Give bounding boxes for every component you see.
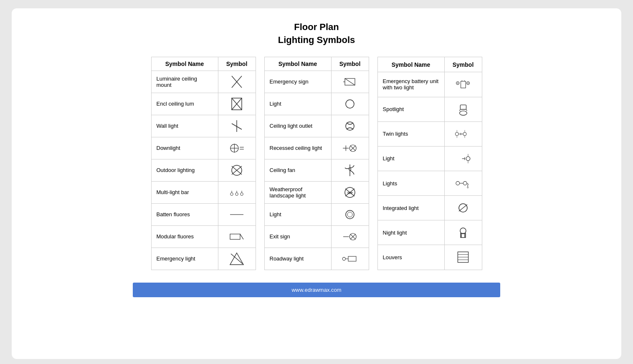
row-symbol <box>444 171 482 195</box>
svg-point-17 <box>235 192 238 195</box>
row-symbol: WP <box>331 181 369 203</box>
row-symbol <box>444 245 482 270</box>
row-symbol <box>444 146 482 171</box>
row-name: Weatherproof landscape light <box>264 181 331 203</box>
svg-rect-50 <box>348 256 356 261</box>
svg-point-81 <box>467 187 468 188</box>
table-row: Twin lights <box>377 121 482 146</box>
tables-row: Symbol Name Symbol Luminaire ceiling mou… <box>28 57 605 270</box>
row-symbol <box>331 115 369 137</box>
table-row: Exit sign <box>264 225 369 248</box>
table-row: Lights <box>377 171 482 195</box>
table-row: Light <box>264 93 369 115</box>
row-symbol <box>444 72 482 97</box>
table-row: Spotlight <box>377 97 482 121</box>
row-name: Light <box>377 146 444 171</box>
svg-point-51 <box>456 82 459 85</box>
footer-bar: www.edrawmax.com <box>133 283 500 297</box>
table-row: Integrated light <box>377 196 482 220</box>
row-name: Batten fluores <box>151 203 218 225</box>
row-name: Exit sign <box>264 225 331 248</box>
row-symbol <box>444 220 482 245</box>
svg-point-62 <box>455 132 458 136</box>
row-symbol <box>218 115 256 137</box>
table-row: Emergency sign <box>264 71 369 93</box>
table-row: Night light <box>377 220 482 245</box>
svg-point-73 <box>466 157 470 161</box>
row-name: Roadway light <box>264 248 331 270</box>
row-name: Recessed ceiling light <box>264 137 331 159</box>
svg-point-76 <box>456 182 460 185</box>
row-symbol <box>218 71 256 93</box>
row-name: Multi-light bar <box>151 181 218 203</box>
svg-line-27 <box>345 78 355 85</box>
row-name: Spotlight <box>377 97 444 121</box>
row-symbol <box>444 97 482 121</box>
table2-header-name: Symbol Name <box>264 57 331 71</box>
svg-rect-22 <box>230 234 240 239</box>
row-symbol <box>218 137 256 159</box>
table-row: Outdoor lighting <box>151 159 256 181</box>
svg-point-29 <box>346 100 354 108</box>
svg-point-78 <box>463 182 467 185</box>
svg-rect-58 <box>460 105 466 109</box>
table-row: Ceiling fan <box>264 159 369 181</box>
table-row: Ceiling light outlet <box>264 115 369 137</box>
row-symbol <box>218 93 256 115</box>
table1-header-name: Symbol Name <box>151 57 218 71</box>
table-row: Light <box>377 146 482 171</box>
row-name: Emergency battery unit with two light <box>377 72 444 97</box>
row-symbol <box>218 203 256 225</box>
table1: Symbol Name Symbol Luminaire ceiling mou… <box>151 57 256 270</box>
row-name: Light <box>264 203 331 225</box>
table-row: Encl ceiling lum <box>151 93 256 115</box>
svg-line-61 <box>466 109 467 111</box>
svg-point-56 <box>466 82 469 85</box>
table-row: Modular fluores <box>151 225 256 248</box>
row-symbol <box>331 71 369 93</box>
table2: Symbol Name Symbol Emergency sign <box>264 57 369 270</box>
row-symbol <box>218 225 256 248</box>
table-row: Emergency light <box>151 248 256 270</box>
row-symbol <box>331 137 369 159</box>
svg-point-48 <box>342 257 345 260</box>
row-name: Louvers <box>377 245 444 270</box>
row-name: Emergency sign <box>264 71 331 93</box>
row-symbol <box>218 159 256 181</box>
svg-text:WP: WP <box>347 191 353 195</box>
row-name: Ceiling light outlet <box>264 115 331 137</box>
svg-point-19 <box>241 192 243 195</box>
row-symbol <box>331 248 369 270</box>
row-name: Integrated light <box>377 196 444 220</box>
table2-header-symbol: Symbol <box>331 57 369 71</box>
svg-line-83 <box>459 205 467 211</box>
row-symbol <box>444 196 482 220</box>
row-name: Ceiling fan <box>264 159 331 181</box>
table3-header-symbol: Symbol <box>444 57 482 72</box>
table-row: Wall light <box>151 115 256 137</box>
table3: Symbol Name Symbol Emergency battery uni… <box>377 57 482 270</box>
table-row: Multi-light bar <box>151 181 256 203</box>
svg-point-68 <box>463 132 466 136</box>
row-symbol <box>444 121 482 146</box>
svg-point-57 <box>468 83 469 84</box>
row-name: Downlight <box>151 137 218 159</box>
row-symbol <box>218 248 256 270</box>
row-symbol <box>331 159 369 181</box>
table-row: Emergency battery unit with two light <box>377 72 482 97</box>
table3-header-name: Symbol Name <box>377 57 444 72</box>
table1-header-symbol: Symbol <box>218 57 256 71</box>
svg-point-59 <box>460 111 467 115</box>
svg-point-52 <box>457 83 458 84</box>
svg-point-85 <box>460 228 466 234</box>
row-symbol <box>331 225 369 248</box>
row-symbol <box>331 93 369 115</box>
table-row: Luminaire ceiling mount <box>151 71 256 93</box>
row-name: Light <box>264 93 331 115</box>
row-name: Modular fluores <box>151 225 218 248</box>
svg-rect-53 <box>461 81 466 88</box>
row-name: Luminaire ceiling mount <box>151 71 218 93</box>
table-row: Roadway light <box>264 248 369 270</box>
svg-point-43 <box>347 212 352 217</box>
page-title: Floor Plan Lighting Symbols <box>278 21 355 47</box>
